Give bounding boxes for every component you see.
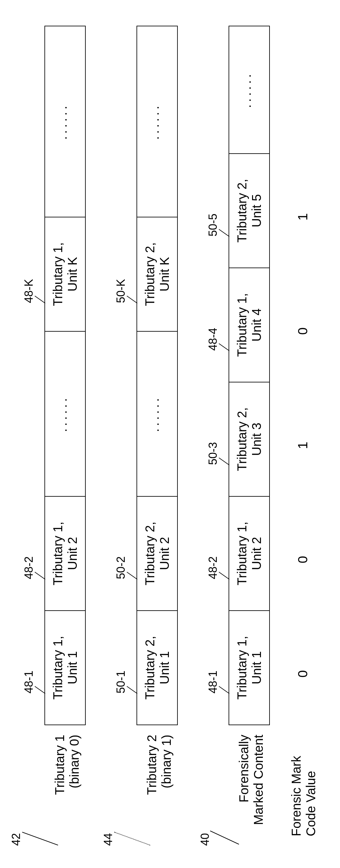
code-label-line1: Forensic Mark — [289, 756, 303, 836]
row2-cell-2: Tributary 2, Unit 2 — [137, 496, 177, 610]
row2-cell-tail: ······ — [137, 26, 177, 217]
code-label-line2: Code Value — [304, 771, 318, 836]
row2-cell-dots: ······ — [137, 331, 177, 496]
row2-ref-50-2: 50-2 — [114, 556, 128, 579]
lead — [127, 572, 137, 580]
row3-cell-1: Tributary 1, Unit 1 — [229, 610, 269, 724]
row3-strip: Tributary 1, Unit 1 Tributary 1, Unit 2 … — [228, 26, 270, 725]
row3-cell-4: Tributary 1, Unit 4 — [229, 268, 269, 382]
row2-cell-1: Tributary 2, Unit 1 — [137, 610, 177, 724]
row1-strip: Tributary 1, Unit 1 Tributary 1, Unit 2 … — [44, 26, 86, 725]
lead — [219, 229, 229, 237]
row3-label-line2: Marked Content — [251, 735, 266, 825]
row3-ref-48-2: 48-2 — [206, 556, 220, 579]
code-v4: 0 — [295, 328, 310, 335]
row2-label: Tributary 2 (binary 1) — [145, 735, 174, 833]
row2-ref-50-1: 50-1 — [114, 671, 128, 693]
lead — [219, 343, 229, 351]
lead — [35, 572, 45, 580]
lead-line — [114, 832, 150, 845]
lead — [127, 686, 137, 694]
row3-ref-50-3: 50-3 — [206, 442, 220, 465]
row1-cell-k: Tributary 1, Unit K — [45, 217, 85, 331]
lead — [127, 296, 137, 304]
row1-ref-48-1: 48-1 — [22, 671, 36, 693]
row1-ref-48-k: 48-K — [22, 279, 36, 303]
row3-cell-3: Tributary 2, Unit 3 — [229, 382, 269, 496]
row2-cell-k: Tributary 2, Unit K — [137, 217, 177, 331]
row3-ref-50-5: 50-5 — [206, 214, 220, 237]
ref-42: 42 — [9, 833, 23, 846]
ref-40: 40 — [198, 833, 212, 846]
code-v1: 0 — [295, 670, 310, 678]
lead — [35, 686, 45, 694]
row3-cell-5: Tributary 2, Unit 5 — [229, 153, 269, 268]
row3-ref-48-4: 48-4 — [206, 328, 220, 351]
code-v5: 1 — [295, 213, 310, 221]
row1-label-line2: (binary 0) — [67, 735, 81, 788]
code-v3: 1 — [295, 442, 310, 449]
lead — [219, 572, 229, 580]
row3-label: Forensically Marked Content — [237, 735, 266, 849]
lead-line — [22, 832, 58, 845]
lead — [35, 296, 45, 304]
code-v2: 0 — [295, 556, 310, 563]
row1-cell-tail: ······ — [45, 26, 85, 217]
row2-label-line1: Tributary 2 — [145, 735, 159, 795]
lead — [219, 686, 229, 694]
diagram-canvas: 42 Tributary 1 (binary 0) Tributary 1, U… — [0, 0, 340, 868]
row1-cell-dots: ······ — [45, 331, 85, 496]
row2-strip: Tributary 2, Unit 1 Tributary 2, Unit 2 … — [136, 26, 178, 725]
row3-cell-tail: ······ — [229, 26, 269, 153]
row3-cell-2: Tributary 1, Unit 2 — [229, 496, 269, 610]
row3-ref-48-1: 48-1 — [206, 671, 220, 693]
row1-label: Tributary 1 (binary 0) — [52, 735, 82, 833]
row2-label-line2: (binary 1) — [159, 735, 173, 788]
ref-44: 44 — [101, 833, 115, 846]
row1-label-line1: Tributary 1 — [53, 735, 67, 795]
code-label: Forensic Mark Code Value — [289, 735, 318, 836]
row1-cell-1: Tributary 1, Unit 1 — [45, 610, 85, 724]
row1-cell-2: Tributary 1, Unit 2 — [45, 496, 85, 610]
row1-ref-48-2: 48-2 — [22, 556, 36, 579]
lead-line — [210, 831, 239, 844]
lead — [219, 458, 229, 466]
row3-label-line1: Forensically — [237, 735, 251, 802]
row2-ref-50-k: 50-K — [114, 279, 128, 303]
